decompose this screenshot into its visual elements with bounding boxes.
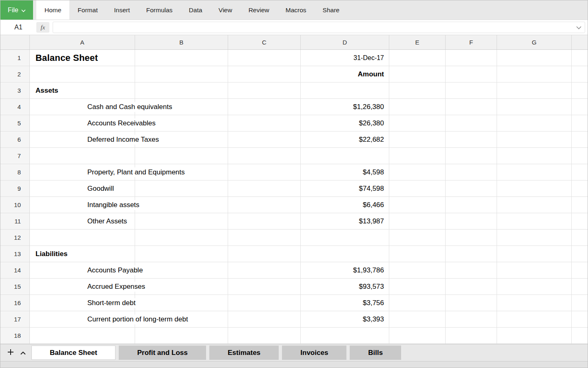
cell-F13[interactable] xyxy=(446,246,497,262)
menu-item-share[interactable]: Share xyxy=(315,0,348,20)
cell-E12[interactable] xyxy=(389,230,446,246)
cell-C8[interactable] xyxy=(228,164,301,181)
cell-D11[interactable]: $13,987 xyxy=(301,213,389,230)
cell-D4[interactable]: $1,26,380 xyxy=(301,99,389,115)
column-header-d[interactable]: D xyxy=(301,35,389,49)
cell-D6[interactable]: $22,682 xyxy=(301,132,389,148)
cell-B8[interactable] xyxy=(135,164,228,181)
cell-A2[interactable] xyxy=(30,66,135,83)
row-number-1[interactable]: 1 xyxy=(0,50,30,66)
cell-C11[interactable] xyxy=(228,213,301,230)
cell-A15[interactable]: Accrued Expenses xyxy=(30,279,135,295)
add-sheet-button[interactable] xyxy=(4,347,17,359)
cell-E6[interactable] xyxy=(389,132,446,148)
cell-F18[interactable] xyxy=(446,328,497,344)
cell-B1[interactable] xyxy=(135,50,228,66)
cell-B15[interactable] xyxy=(135,279,228,295)
fx-icon[interactable]: fx xyxy=(36,22,49,33)
column-header-b[interactable]: B xyxy=(135,35,228,49)
row-number-18[interactable]: 18 xyxy=(0,328,30,344)
cell-B12[interactable] xyxy=(135,230,228,246)
cell-F8[interactable] xyxy=(446,164,497,181)
cell-D12[interactable] xyxy=(301,230,389,246)
cell-C3[interactable] xyxy=(228,83,301,99)
cell-F10[interactable] xyxy=(446,197,497,213)
cell-D15[interactable]: $93,573 xyxy=(301,279,389,295)
cell-A18[interactable] xyxy=(30,328,135,344)
cell-A6[interactable]: Deferred Income Taxes xyxy=(30,132,135,148)
row-number-2[interactable]: 2 xyxy=(0,66,30,83)
cell-E4[interactable] xyxy=(389,99,446,115)
cell-B16[interactable] xyxy=(135,295,228,311)
cell-E17[interactable] xyxy=(389,311,446,328)
column-header-f[interactable]: F xyxy=(446,35,497,49)
cell-G17[interactable] xyxy=(497,311,572,328)
cell-C2[interactable] xyxy=(228,66,301,83)
menu-item-formulas[interactable]: Formulas xyxy=(138,0,181,20)
cell-C15[interactable] xyxy=(228,279,301,295)
cell-C5[interactable] xyxy=(228,115,301,132)
cell-G16[interactable] xyxy=(497,295,572,311)
horizontal-scrollbar[interactable] xyxy=(0,361,588,368)
sheet-tab-balance-sheet[interactable]: Balance Sheet xyxy=(31,346,115,360)
cell-F7[interactable] xyxy=(446,148,497,164)
cell-C7[interactable] xyxy=(228,148,301,164)
cell-E15[interactable] xyxy=(389,279,446,295)
cell-C6[interactable] xyxy=(228,132,301,148)
cell-F5[interactable] xyxy=(446,115,497,132)
cell-F12[interactable] xyxy=(446,230,497,246)
cell-E3[interactable] xyxy=(389,83,446,99)
cell-G9[interactable] xyxy=(497,181,572,197)
menu-item-insert[interactable]: Insert xyxy=(106,0,138,20)
row-number-8[interactable]: 8 xyxy=(0,164,30,181)
cell-C12[interactable] xyxy=(228,230,301,246)
cell-E7[interactable] xyxy=(389,148,446,164)
cell-B7[interactable] xyxy=(135,148,228,164)
row-number-10[interactable]: 10 xyxy=(0,197,30,213)
row-number-14[interactable]: 14 xyxy=(0,262,30,279)
row-number-6[interactable]: 6 xyxy=(0,132,30,148)
cell-G18[interactable] xyxy=(497,328,572,344)
cell-A17[interactable]: Current portion of long-term debt xyxy=(30,311,135,328)
cell-G5[interactable] xyxy=(497,115,572,132)
cell-reference-box[interactable]: A1 xyxy=(0,24,36,31)
cell-G3[interactable] xyxy=(497,83,572,99)
cell-F15[interactable] xyxy=(446,279,497,295)
sheet-tab-estimates[interactable]: Estimates xyxy=(209,346,279,360)
cell-A4[interactable]: Cash and Cash equivalents xyxy=(30,99,135,115)
cell-D8[interactable]: $4,598 xyxy=(301,164,389,181)
cell-A9[interactable]: Goodwill xyxy=(30,181,135,197)
cell-C1[interactable] xyxy=(228,50,301,66)
row-number-13[interactable]: 13 xyxy=(0,246,30,262)
cell-C4[interactable] xyxy=(228,99,301,115)
cell-G11[interactable] xyxy=(497,213,572,230)
cell-A16[interactable]: Short-term debt xyxy=(30,295,135,311)
menu-item-format[interactable]: Format xyxy=(69,0,106,20)
row-number-9[interactable]: 9 xyxy=(0,181,30,197)
cell-F4[interactable] xyxy=(446,99,497,115)
column-header-c[interactable]: C xyxy=(228,35,301,49)
menu-item-macros[interactable]: Macros xyxy=(277,0,315,20)
cell-F9[interactable] xyxy=(446,181,497,197)
cell-F17[interactable] xyxy=(446,311,497,328)
cell-D18[interactable] xyxy=(301,328,389,344)
sheet-tab-invoices[interactable]: Invoices xyxy=(282,346,346,360)
cell-C18[interactable] xyxy=(228,328,301,344)
cell-D10[interactable]: $6,466 xyxy=(301,197,389,213)
cell-B3[interactable] xyxy=(135,83,228,99)
cell-E2[interactable] xyxy=(389,66,446,83)
cell-A5[interactable]: Accounts Receivables xyxy=(30,115,135,132)
cell-E18[interactable] xyxy=(389,328,446,344)
cell-D3[interactable] xyxy=(301,83,389,99)
cell-G7[interactable] xyxy=(497,148,572,164)
sheet-list-button[interactable] xyxy=(17,347,29,359)
column-header-a[interactable]: A xyxy=(30,35,135,49)
row-number-11[interactable]: 11 xyxy=(0,213,30,230)
cell-D5[interactable]: $26,380 xyxy=(301,115,389,132)
cell-B14[interactable] xyxy=(135,262,228,279)
cell-F16[interactable] xyxy=(446,295,497,311)
cell-G8[interactable] xyxy=(497,164,572,181)
formula-bar-collapse-button[interactable] xyxy=(572,22,585,33)
row-number-17[interactable]: 17 xyxy=(0,311,30,328)
column-header-e[interactable]: E xyxy=(389,35,446,49)
